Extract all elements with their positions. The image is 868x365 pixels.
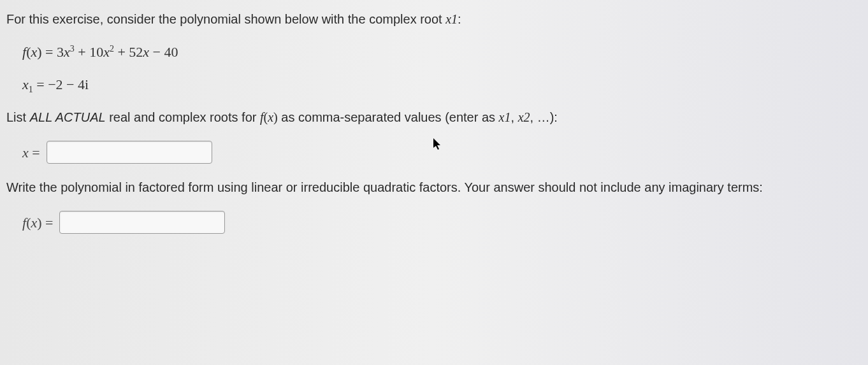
given-root-expression: x1 = −2 − 4i bbox=[22, 74, 862, 96]
intro-text: For this exercise, consider the polynomi… bbox=[6, 10, 862, 29]
question1-text: List ALL ACTUAL real and complex roots f… bbox=[6, 108, 862, 127]
question2-text: Write the polynomial in factored form us… bbox=[6, 178, 862, 197]
polynomial-expression: f(x) = 3x3 + 10x2 + 52x − 40 bbox=[22, 41, 862, 62]
intro-root-var: x bbox=[445, 12, 451, 26]
cursor-icon bbox=[433, 137, 444, 156]
all-actual-emphasis: ALL ACTUAL bbox=[30, 110, 106, 124]
roots-input-label: x = bbox=[22, 142, 40, 163]
intro-suffix: : bbox=[458, 12, 461, 26]
factored-input-row: f(x) = bbox=[22, 211, 862, 234]
roots-input[interactable] bbox=[47, 141, 212, 164]
intro-root-sub: 1 bbox=[451, 12, 458, 26]
factored-input-label: f(x) = bbox=[22, 212, 53, 233]
intro-prefix: For this exercise, consider the polynomi… bbox=[6, 12, 445, 26]
factored-input[interactable] bbox=[59, 211, 225, 234]
